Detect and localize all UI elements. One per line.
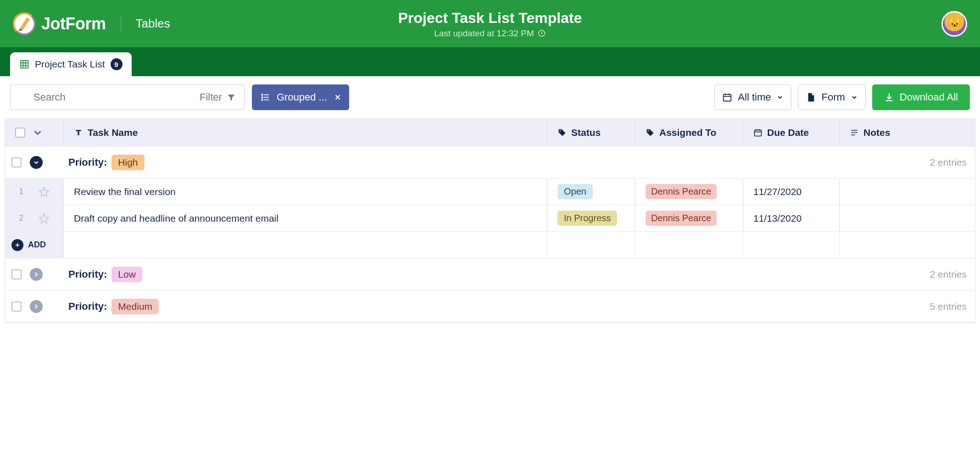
tab-project-task-list[interactable]: Project Task List 9 (10, 52, 132, 76)
history-icon (538, 29, 546, 37)
priority-badge: Low (111, 267, 142, 282)
group-icon (260, 92, 270, 102)
tabs-bar: Project Task List 9 (0, 47, 980, 76)
chevron-icon (33, 159, 40, 166)
search-input[interactable] (10, 84, 191, 110)
svg-rect-13 (755, 130, 762, 136)
table-row[interactable]: 2 Draft copy and headline of announcemen… (5, 205, 975, 232)
last-updated-text: Last updated at 12:32 PM (434, 28, 534, 38)
cell-status[interactable]: In Progress (547, 205, 635, 231)
select-all-checkbox[interactable] (15, 128, 25, 138)
last-updated: Last updated at 12:32 PM (398, 28, 582, 38)
cell-notes[interactable] (840, 179, 975, 205)
notes-icon (850, 128, 859, 137)
group-label: Priority: (68, 301, 107, 313)
group-checkbox[interactable] (11, 157, 22, 168)
group-entries-count: 5 entries (930, 301, 967, 312)
table-header-row: Task Name Status Assigned To Due Date No… (5, 119, 975, 146)
svg-rect-8 (264, 97, 269, 98)
star-icon[interactable] (39, 186, 50, 197)
row-number: 2 (19, 213, 23, 223)
star-icon[interactable] (39, 213, 50, 224)
col-task-name[interactable]: Task Name (64, 119, 547, 146)
tag-icon (557, 128, 567, 137)
download-label: Download All (900, 91, 958, 103)
brand-block[interactable]: JotForm Tables (13, 12, 170, 35)
product-name: Tables (136, 17, 170, 31)
page-title: Project Task List Template (398, 9, 582, 26)
group-row: Priority: Low 2 entries (5, 258, 975, 290)
group-toggle[interactable] (30, 156, 43, 169)
group-entries-count: 2 entries (930, 269, 967, 280)
download-icon (884, 92, 894, 102)
cell-task-name[interactable]: Draft copy and headline of announcement … (64, 205, 547, 231)
cell-status[interactable]: Open (547, 179, 635, 205)
col-assigned-to[interactable]: Assigned To (635, 119, 743, 146)
cell-assigned[interactable]: Dennis Pearce (635, 179, 743, 205)
group-checkbox[interactable] (11, 269, 22, 279)
svg-point-12 (648, 130, 649, 131)
close-icon[interactable] (334, 93, 342, 101)
cell-due-date[interactable]: 11/27/2020 (743, 179, 840, 205)
group-row: Priority: High 2 entries (5, 146, 975, 179)
tag-icon (646, 128, 655, 137)
svg-rect-10 (724, 95, 731, 101)
download-all-button[interactable]: Download All (872, 84, 970, 110)
time-range-dropdown[interactable]: All time (714, 84, 791, 110)
filter-icon (227, 93, 236, 102)
priority-badge: High (111, 155, 144, 170)
cell-due-date[interactable]: 11/13/2020 (743, 205, 840, 231)
group-checkbox[interactable] (11, 302, 22, 312)
filter-label: Filter (200, 91, 222, 103)
tab-count-badge: 9 (111, 58, 122, 70)
svg-rect-4 (262, 94, 263, 96)
file-icon (806, 92, 816, 102)
group-toggle[interactable] (30, 268, 43, 281)
toolbar: Filter Grouped ... All time Form Downloa… (0, 76, 980, 118)
add-label: ADD (28, 240, 46, 250)
group-label: Priority: (68, 156, 107, 168)
chevron-down-icon[interactable] (32, 127, 44, 139)
cell-assigned[interactable]: Dennis Pearce (635, 205, 743, 231)
priority-badge: Medium (111, 299, 159, 314)
chevron-down-icon (851, 94, 858, 101)
calendar-icon (753, 128, 763, 137)
text-icon (74, 128, 83, 137)
table-icon (19, 59, 29, 69)
svg-rect-5 (262, 96, 263, 98)
chevron-icon (33, 303, 40, 310)
col-status[interactable]: Status (547, 119, 635, 146)
calendar-icon (722, 92, 732, 102)
svg-rect-9 (264, 100, 269, 100)
svg-rect-7 (264, 95, 269, 95)
add-button[interactable]: ADD (5, 232, 64, 258)
col-due-date[interactable]: Due Date (743, 119, 840, 146)
col-notes[interactable]: Notes (840, 119, 975, 146)
svg-rect-2 (21, 61, 28, 68)
form-dropdown[interactable]: Form (798, 84, 865, 110)
brand-divider (121, 15, 121, 33)
data-table: Task Name Status Assigned To Due Date No… (5, 118, 975, 323)
filter-button[interactable]: Filter (191, 84, 245, 110)
row-number: 1 (19, 187, 23, 196)
cell-notes[interactable] (840, 205, 975, 231)
brand-name: JotForm (41, 14, 106, 34)
svg-rect-6 (262, 99, 263, 101)
brand-logo-icon (13, 12, 36, 35)
group-label: Priority: (68, 268, 107, 280)
app-header: JotForm Tables Project Task List Templat… (0, 0, 980, 47)
search-filter-group: Filter (10, 84, 245, 110)
add-row[interactable]: ADD (5, 232, 975, 258)
tab-label: Project Task List (35, 59, 105, 70)
svg-point-11 (560, 130, 561, 131)
plus-icon (11, 239, 23, 251)
grouped-by-chip[interactable]: Grouped ... (252, 84, 349, 110)
cell-task-name[interactable]: Review the final version (64, 179, 547, 205)
chevron-icon (33, 271, 40, 278)
group-toggle[interactable] (30, 300, 43, 313)
table-row[interactable]: 1 Review the final version Open Dennis P… (5, 179, 975, 205)
chevron-down-icon (776, 94, 784, 101)
group-row: Priority: Medium 5 entries (5, 290, 975, 323)
form-label: Form (821, 91, 845, 103)
user-avatar[interactable]: 🐱 (941, 11, 967, 37)
